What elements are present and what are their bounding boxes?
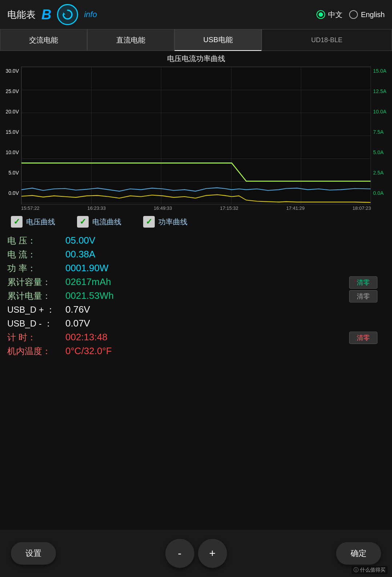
app-title: 电能表 — [7, 8, 36, 21]
refresh-svg — [61, 8, 74, 21]
usb-plus-value: 0.76V — [65, 304, 90, 315]
checkbox-voltage-box[interactable]: ✓ — [11, 216, 23, 228]
power-row: 功 率： 0001.90W — [7, 263, 385, 274]
timer-clear-button[interactable]: 清零 — [349, 332, 377, 344]
tab-bar: 交流电能 直流电能 USB电能 UD18-BLE — [0, 29, 392, 51]
checkbox-power-label: 功率曲线 — [158, 217, 187, 227]
voltage-label: 电 压： — [7, 235, 65, 247]
tab-usb[interactable]: USB电能 — [174, 29, 262, 51]
data-section: 电 压： 05.00V 电 流： 00.38A 功 率： 0001.90W 累计… — [0, 231, 392, 363]
checkbox-current-box[interactable]: ✓ — [77, 216, 89, 228]
header: 电能表 B info 中文 English — [0, 0, 392, 29]
checkbox-power[interactable]: ✓ 功率曲线 — [143, 216, 187, 228]
lang-en-option[interactable]: English — [349, 10, 385, 19]
power-value: 0001.90W — [65, 263, 109, 274]
x-axis: 15:57:22 16:23:33 16:49:33 17:15:32 17:4… — [0, 205, 392, 211]
lang-en-label: English — [361, 11, 385, 19]
chart-wrapper: 30.0V 25.0V 20.0V 15.0V 10.0V 5.0V 0.0V — [0, 65, 392, 212]
current-value: 00.38A — [65, 249, 95, 260]
watermark-text: 什么值得买 — [360, 567, 385, 573]
lang-zh-option[interactable]: 中文 — [316, 10, 343, 20]
lang-zh-label: 中文 — [328, 10, 343, 20]
watermark: ⓘ 什么值得买 — [351, 566, 388, 574]
capacity-value: 02617mAh — [65, 276, 111, 288]
voltage-value: 05.00V — [65, 235, 95, 246]
timer-value: 002:13:48 — [65, 332, 108, 343]
checkbox-current-label: 电流曲线 — [92, 217, 121, 227]
tab-ac[interactable]: 交流电能 — [0, 29, 87, 51]
capacity-label: 累计容量： — [7, 276, 65, 288]
checkbox-voltage-label: 电压曲线 — [26, 217, 55, 227]
timer-row: 计 时： 002:13:48 清零 — [7, 332, 385, 343]
energy-row: 累计电量： 0021.53Wh 清零 — [7, 290, 385, 302]
usb-plus-row: USB_D + ： 0.76V — [7, 304, 385, 316]
info-label[interactable]: info — [84, 10, 97, 19]
checkbox-voltage[interactable]: ✓ 电压曲线 — [11, 216, 55, 228]
refresh-icon[interactable] — [57, 4, 78, 25]
y-axis-left: 30.0V 25.0V 20.0V 15.0V 10.0V 5.0V 0.0V — [0, 67, 21, 205]
language-group: 中文 English — [316, 10, 385, 20]
energy-clear-button[interactable]: 清零 — [349, 290, 377, 302]
minus-button[interactable]: - — [165, 539, 194, 568]
usb-minus-row: USB_D - ： 0.07V — [7, 318, 385, 329]
bottom-bar: 设置 - + 确定 — [0, 530, 392, 577]
minus-plus-group: - + — [165, 539, 227, 568]
current-label: 电 流： — [7, 249, 65, 260]
tab-device[interactable]: UD18-BLE — [262, 29, 392, 51]
timer-label: 计 时： — [7, 332, 65, 343]
checkbox-row: ✓ 电压曲线 ✓ 电流曲线 ✓ 功率曲线 — [0, 212, 392, 231]
usb-plus-label: USB_D + ： — [7, 304, 65, 316]
chart-svg — [21, 67, 371, 204]
chart-title: 电压电流功率曲线 — [0, 51, 392, 65]
header-left: 电能表 B info — [7, 4, 97, 25]
power-label: 功 率： — [7, 263, 65, 274]
checkbox-power-box[interactable]: ✓ — [143, 216, 155, 228]
current-row: 电 流： 00.38A — [7, 249, 385, 260]
usb-minus-label: USB_D - ： — [7, 318, 65, 329]
temp-value: 0°C/32.0°F — [65, 345, 112, 357]
bluetooth-icon: B — [41, 7, 51, 23]
y-axis-right: 15.0A 12.5A 10.0A 7.5A 5.0A 2.5A 0.0A — [371, 67, 392, 205]
tab-dc[interactable]: 直流电能 — [87, 29, 174, 51]
confirm-button[interactable]: 确定 — [336, 542, 381, 565]
svg-marker-0 — [63, 12, 65, 15]
lang-zh-radio[interactable] — [316, 10, 325, 19]
energy-value: 0021.53Wh — [65, 290, 114, 301]
energy-label: 累计电量： — [7, 290, 65, 302]
capacity-clear-button[interactable]: 清零 — [349, 276, 377, 289]
plus-button[interactable]: + — [198, 539, 227, 568]
voltage-row: 电 压： 05.00V — [7, 235, 385, 247]
chart-area — [21, 67, 371, 205]
usb-minus-value: 0.07V — [65, 318, 90, 329]
capacity-row: 累计容量： 02617mAh 清零 — [7, 276, 385, 288]
checkbox-current[interactable]: ✓ 电流曲线 — [77, 216, 121, 228]
chart-container: 30.0V 25.0V 20.0V 15.0V 10.0V 5.0V 0.0V — [0, 67, 392, 205]
temp-row: 机内温度： 0°C/32.0°F — [7, 345, 385, 357]
lang-en-radio[interactable] — [349, 10, 358, 19]
temp-label: 机内温度： — [7, 345, 65, 357]
watermark-icon: ⓘ — [353, 567, 359, 573]
settings-button[interactable]: 设置 — [11, 542, 56, 565]
